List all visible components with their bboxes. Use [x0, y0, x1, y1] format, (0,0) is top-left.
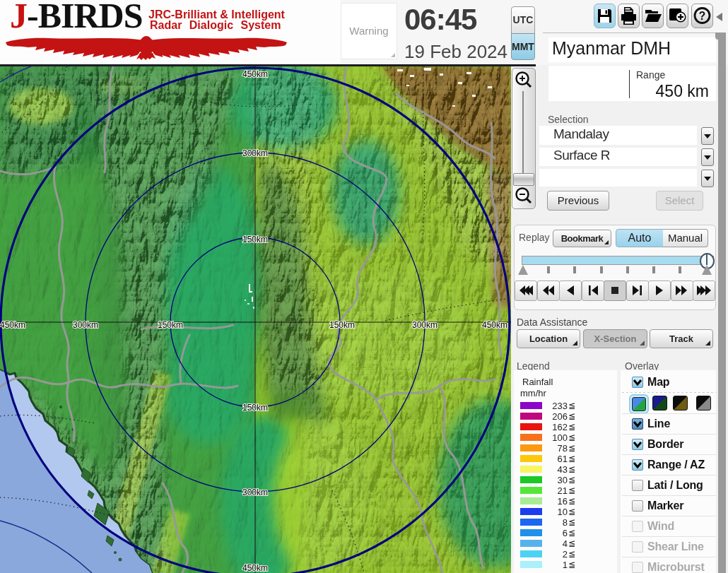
svg-text:450km: 450km — [0, 320, 25, 330]
svg-text:300km: 300km — [412, 320, 438, 330]
svg-text:150km: 150km — [158, 320, 183, 330]
svg-text:450km: 450km — [482, 320, 507, 330]
svg-text:450km: 450km — [242, 69, 268, 79]
svg-text:150km: 150km — [242, 235, 268, 244]
svg-text:?: ? — [699, 10, 706, 22]
svg-text:300km: 300km — [242, 148, 268, 158]
svg-text:300km: 300km — [73, 320, 98, 330]
svg-text:300km: 300km — [242, 488, 268, 497]
svg-text:150km: 150km — [329, 320, 355, 330]
svg-text:450km: 450km — [242, 563, 268, 573]
svg-text:150km: 150km — [242, 403, 268, 413]
